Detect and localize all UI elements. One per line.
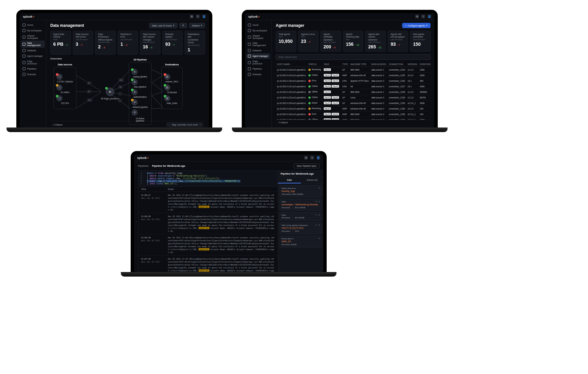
stat-card[interactable]: Edge Processors Without AgentsLast 24 ho… [95, 31, 116, 55]
table-header[interactable]: MACHINE TYPE [349, 62, 370, 67]
table-row[interactable]: ip-10.202.9.128.ec2.splunkit.ioActiveTag… [276, 100, 431, 106]
edit-icon[interactable]: ✎ [318, 187, 320, 190]
table-row[interactable]: ip-10.202.9.132.ec2.splunkit.ioOfflineTa… [276, 89, 431, 95]
stat-card[interactable]: Agents with low throughputLast 24 hours9… [388, 31, 408, 52]
stat-card[interactable]: Data Sources with ErrorsLast 24 hours3 ↓… [73, 31, 93, 55]
sidebar-item-rulesets[interactable]: Rulesets [21, 72, 45, 77]
table-row[interactable]: ip-10.202.9.133.ec2.splunkit.ioOnlineTag… [276, 95, 431, 100]
sidebar-item-my-workspace[interactable]: My workspace [246, 28, 270, 33]
collapse-sidebar[interactable]: ‹ Collapse [52, 124, 63, 126]
graph-node[interactable]: ⋔ [132, 89, 149, 95]
actions-dropdown[interactable]: Actions ▾ [189, 23, 205, 28]
sidebar-item-rulesets[interactable]: Rulesets [246, 72, 270, 77]
sidebar-item-shared-workspace[interactable]: Shared workspace [21, 33, 45, 41]
edit-icon[interactable]: ✎ [315, 200, 317, 203]
sidebar-item-agent-manager[interactable]: Agent manager [246, 53, 270, 59]
stat-card[interactable]: Destinations with Connection IssuesLast … [185, 31, 205, 55]
sidebar-item-datasets[interactable]: Datasets [21, 48, 45, 53]
stat-card[interactable]: Agents with volume variancesLast 24 hour… [365, 31, 386, 52]
table-header[interactable]: VERSION [406, 62, 418, 67]
user-icon[interactable]: 👤 [428, 15, 431, 18]
sidebar-item-data-management[interactable]: Data management [21, 41, 45, 48]
sidebar-item-pipelines[interactable]: Pipelines [246, 66, 270, 72]
graph-node[interactable]: ⬡ [57, 85, 74, 91]
sidebar-item-shared-workspace[interactable]: Shared workspace [246, 33, 270, 41]
user-icon[interactable]: 👤 [202, 15, 206, 18]
event-row[interactable]: 21:06:27Wed, Nov 03 2021Nov 03 2021 21:0… [139, 192, 278, 213]
settings-icon[interactable]: ⚙ [304, 156, 308, 160]
event-row[interactable]: 21:07:30Wed, Nov 03 2021Nov 03 2021 21:0… [139, 256, 278, 272]
table-row[interactable]: ip-10.202.9.128.ec2.splunkit.ioReceiving… [276, 106, 431, 111]
sidebar-item-home[interactable]: Home [246, 22, 270, 28]
breadcrumb-parent[interactable]: Pipelines [138, 164, 148, 167]
graph-node[interactable]: ⋔ [132, 69, 149, 75]
help-icon[interactable]: ? [421, 15, 425, 18]
save-pipeline-button[interactable]: Save Pipeline Spec [294, 163, 319, 168]
graph-node[interactable]: ▤ [164, 74, 180, 80]
table-header[interactable]: TAGS [322, 62, 341, 67]
stat-card[interactable]: Data Sources with Volume ChangesLast 24 … [140, 31, 160, 55]
event-row[interactable]: 21:06:28Wed, Nov 03 2021Nov 03 2021 21:0… [139, 213, 278, 234]
user-icon[interactable]: 👤 [317, 156, 320, 160]
table-header[interactable]: HOST NAME ↓ [276, 62, 307, 67]
table-row[interactable]: ip-10.202.9.128.ec2.splunkit.ioReceiving… [276, 67, 431, 73]
table-row[interactable]: ip-10.202.9.128.ec2.splunkit.ioOfflineTa… [276, 117, 431, 120]
graph-node[interactable]: ▤ [164, 95, 180, 101]
sidebar-item-edge-processor[interactable]: Edge processor [246, 59, 270, 66]
sidebar-item-pipelines[interactable]: Pipelines [21, 66, 45, 72]
graph-node[interactable]: ⬡ [57, 95, 74, 101]
close-icon[interactable]: ✕ [318, 200, 320, 203]
settings-icon[interactable]: ⚙ [190, 15, 193, 18]
table-row[interactable]: ip-10.202.9.128.ec2.splunkit.ioErrorTag … [276, 111, 431, 117]
table-row[interactable]: ip-10.202.9.130.ec2.splunkit.ioErrorTag … [276, 78, 431, 84]
stat-card[interactable]: Agents receiving dataNow156 ↑ 12 [343, 31, 364, 52]
sidebar-item-data-management[interactable]: Data management [246, 41, 270, 48]
search-input[interactable]: Enter search term [276, 54, 431, 60]
event-row[interactable]: 21:06:30Wed, Nov 03 2021Nov 03 2021 21:0… [139, 234, 278, 256]
stat-card[interactable]: Agents in errorNow23 ↓ 7 [298, 31, 319, 52]
tab-actions[interactable]: Actions (5) [301, 177, 324, 183]
stat-card[interactable]: Ingest Data VolumeTotal6 PB ↑ 1 [50, 31, 71, 55]
configure-agents-button[interactable]: + Configure agents ▾ [402, 23, 431, 28]
graph-node[interactable]: ⬡ [57, 74, 74, 80]
table-header[interactable]: EVENTS/SEC [418, 62, 431, 67]
action-card[interactable]: ✎✕Filter45 events ↓ 9% 222KB [280, 212, 322, 221]
action-card[interactable]: ✎✕Filtersourcetype = WinEventLog:Securit… [280, 199, 322, 211]
table-header[interactable]: TYPE [341, 62, 349, 67]
close-icon[interactable]: ✕ [318, 224, 320, 227]
table-header[interactable]: CONNECTION [387, 62, 406, 67]
table-header[interactable]: STATUS [307, 62, 322, 67]
help-icon[interactable]: ? [196, 15, 200, 18]
graph-node[interactable]: ⋔ [132, 79, 149, 85]
table-row[interactable]: ip-10.202.9.129.ec2.splunkit.ioOnlineTag… [276, 73, 431, 78]
events-list[interactable]: 21:06:27Wed, Nov 03 2021Nov 03 2021 21:0… [139, 192, 278, 272]
help-icon[interactable]: ? [310, 156, 314, 160]
action-card[interactable]: ✎Route data toAWS_S340 events 224KB [280, 236, 322, 247]
collapse-sidebar[interactable]: ‹ Collapse [278, 121, 288, 124]
action-card[interactable]: ✎Select data fromsecurity_logs100 events… [280, 185, 322, 197]
edit-icon[interactable]: ✎ [315, 214, 317, 216]
zoom-control[interactable]: − Map controller zoom level + [167, 123, 203, 127]
close-icon[interactable]: ✕ [318, 214, 320, 216]
tab-data[interactable]: Data [278, 177, 301, 183]
table-header[interactable]: DATA SOURCE [370, 62, 388, 67]
sidebar-item-my-workspace[interactable]: My workspace [21, 28, 45, 33]
graph-node[interactable]: ▤ [164, 85, 180, 91]
settings-icon[interactable]: ⚙ [415, 15, 419, 18]
refresh-button[interactable]: ⟳ [179, 23, 187, 28]
graph-node[interactable]: ⋔ [132, 99, 149, 105]
overview-graph[interactable]: Data sources⬡1 OTEL Collector⬡22 HWFs⬡12… [50, 62, 205, 121]
stat-card[interactable]: Rulesets AppliedLast 24 hours93 ↑ 7 [162, 31, 183, 55]
range-dropdown[interactable]: Data: Last 24 hours ▾ [149, 23, 177, 28]
action-card[interactable]: ✎✕Filter using regular expression/\\s*(?… [280, 222, 322, 234]
sidebar-item-edge-processor[interactable]: Edge processor [21, 59, 45, 66]
code-editor[interactable]: 12345 $main = from security_logs | where… [139, 171, 278, 187]
sidebar-item-agent-manager[interactable]: Agent manager [21, 53, 45, 59]
sidebar-item-home[interactable]: Home [21, 22, 45, 28]
stat-card[interactable]: Pipelines in ErrorLast 24 hours1 ↓ 2 [118, 31, 138, 55]
sidebar-item-datasets[interactable]: Datasets [246, 48, 270, 53]
stat-card[interactable]: Agents certificate expirationNext 72 hou… [320, 31, 341, 52]
edit-icon[interactable]: ✎ [318, 237, 320, 240]
table-row[interactable]: ip-10.202.9.131.ec2.splunkit.ioOnlineTag… [276, 84, 431, 89]
expand-sidebar-icon[interactable]: › [136, 220, 137, 223]
